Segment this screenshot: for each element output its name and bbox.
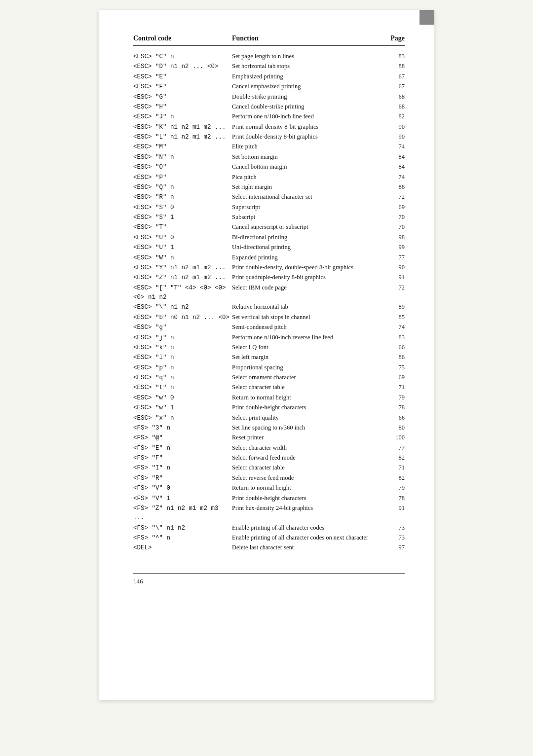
- page-cell: 75: [380, 363, 405, 372]
- function-cell: Select print quality: [232, 413, 380, 423]
- table-row: <FS> "^" nEnable printing of all charact…: [133, 533, 405, 543]
- table-row: <ESC> "S" 0Superscript69: [133, 203, 405, 213]
- control-code-cell: <ESC> "L" n1 n2 m1 m2 ...: [133, 133, 232, 142]
- function-cell: Set bottom margin: [232, 152, 380, 162]
- control-code-cell: <FS> "V" 0: [133, 484, 232, 493]
- page-cell: 66: [380, 413, 405, 423]
- function-cell: Pica pitch: [232, 173, 380, 182]
- function-cell: Print double-density, double-speed 8-bit…: [232, 263, 380, 272]
- page-cell: 83: [380, 333, 405, 342]
- control-code-cell: <ESC> "k" n: [133, 343, 232, 353]
- table-row: <ESC> "N" nSet bottom margin84: [133, 152, 405, 162]
- table-row: <ESC> "U" 0Bi-directional printing98: [133, 233, 405, 243]
- control-code-cell: <ESC> "Q" n: [133, 183, 232, 192]
- table-row: <ESC> "F"Cancel emphasized printing67: [133, 82, 405, 92]
- function-cell: Select LQ font: [232, 343, 380, 352]
- control-code-cell: <ESC> "T": [133, 223, 232, 232]
- control-code-cell: <ESC> "R" n: [133, 193, 232, 202]
- page-cell: 82: [380, 473, 405, 483]
- function-cell: Cancel emphasized printing: [232, 82, 380, 91]
- control-code-cell: <DEL>: [133, 543, 232, 553]
- control-code-cell: <FS> "R": [133, 474, 232, 483]
- page-cell: 68: [380, 92, 405, 102]
- function-cell: Select character table: [232, 463, 380, 472]
- function-cell: Double-strike printing: [232, 92, 380, 102]
- page-cell: 91: [380, 504, 405, 513]
- control-code-cell: <ESC> "w" 0: [133, 394, 232, 403]
- function-cell: Delete last character sent: [232, 543, 380, 552]
- function-cell: Select international character set: [232, 192, 380, 202]
- table-row: <FS> "\" n1 n2Enable printing of all cha…: [133, 523, 405, 533]
- page-cell: 78: [380, 494, 405, 503]
- control-code-cell: <ESC> "D" n1 n2 ... <0>: [133, 62, 232, 72]
- table-row: <ESC> "Q" nSet right margin86: [133, 182, 405, 192]
- control-code-cell: <ESC> "S" 0: [133, 203, 232, 213]
- function-cell: Print hex-density 24-bit graphics: [232, 504, 380, 513]
- control-code-cell: <ESC> "U" 1: [133, 243, 232, 252]
- page-cell: 72: [380, 283, 405, 292]
- page-cell: 99: [380, 243, 405, 252]
- table-row: <ESC> "w" 0Return to normal height79: [133, 393, 405, 403]
- page-cell: 74: [380, 323, 405, 332]
- control-code-cell: <ESC> "Z" n1 n2 m1 m2 ...: [133, 273, 232, 283]
- page-cell: 68: [380, 102, 405, 111]
- control-code-cell: <ESC> "b" n0 n1 n2 ... <0>: [133, 313, 232, 323]
- page-cell: 90: [380, 132, 405, 142]
- page-cell: 82: [380, 112, 405, 121]
- table-row: <ESC> "Y" n1 n2 m1 m2 ...Print double-de…: [133, 263, 405, 273]
- table-row: <ESC> "b" n0 n1 n2 ... <0>Set vertical t…: [133, 313, 405, 323]
- table-row: <ESC> "[" "T" <4> <0> <0> <0> n1 n2Selec…: [133, 283, 405, 303]
- table-row: <ESC> "w" 1Print double-height character…: [133, 403, 405, 413]
- table-body: <ESC> "C" nSet page length to n lines83<…: [133, 52, 405, 553]
- table-row: <ESC> "l" nSet left margin86: [133, 353, 405, 362]
- control-code-cell: <ESC> "N" n: [133, 153, 232, 162]
- control-code-cell: <ESC> "[" "T" <4> <0> <0> <0> n1 n2: [133, 284, 232, 303]
- page-cell: 67: [380, 82, 405, 91]
- function-cell: Cancel bottom margin: [232, 162, 380, 172]
- control-code-cell: <ESC> "j" n: [133, 333, 232, 343]
- page-cell: 82: [380, 453, 405, 463]
- page-cell: 73: [380, 533, 405, 542]
- table-row: <ESC> "C" nSet page length to n lines83: [133, 52, 405, 62]
- function-cell: Elite pitch: [232, 142, 380, 151]
- control-code-cell: <ESC> "K" n1 n2 m1 m2 ...: [133, 123, 232, 132]
- table-row: <ESC> "S" 1Subscript70: [133, 213, 405, 222]
- function-cell: Uni-directional printing: [232, 243, 380, 252]
- function-cell: Perform one n/180-inch line feed: [232, 112, 380, 121]
- table-row: <ESC> "K" n1 n2 m1 m2 ...Print normal-de…: [133, 122, 405, 132]
- control-code-cell: <FS> "V" 1: [133, 494, 232, 504]
- function-cell: Return to normal height: [232, 483, 380, 493]
- table-row: <ESC> "g"Semi-condensed pitch74: [133, 323, 405, 332]
- page-cell: 84: [380, 162, 405, 172]
- control-code-cell: <ESC> "G": [133, 93, 232, 102]
- function-cell: Select ornament character: [232, 373, 380, 382]
- function-cell: Subscript: [232, 213, 380, 222]
- table-row: <FS> "F"Select forward feed mode82: [133, 453, 405, 463]
- page-corner-fold: [419, 10, 434, 25]
- control-code-cell: <FS> "3" n: [133, 424, 232, 433]
- page-cell: 90: [380, 263, 405, 272]
- page-cell: 86: [380, 353, 405, 362]
- page-cell: 72: [380, 192, 405, 202]
- table-row: <ESC> "t" nSelect character table71: [133, 383, 405, 393]
- control-code-cell: <ESC> "P": [133, 173, 232, 182]
- control-code-cell: <ESC> "S" 1: [133, 213, 232, 222]
- table-row: <ESC> "\" n1 n2Relative horizontal tab89: [133, 302, 405, 312]
- table-row: <ESC> "k" nSelect LQ font66: [133, 343, 405, 353]
- page-cell: 78: [380, 403, 405, 412]
- control-code-cell: <ESC> "Y" n1 n2 m1 m2 ...: [133, 263, 232, 273]
- function-cell: Return to normal height: [232, 393, 380, 402]
- function-cell: Set right margin: [232, 182, 380, 192]
- table-row: <ESC> "D" n1 n2 ... <0>Set horizontal ta…: [133, 62, 405, 72]
- table-row: <ESC> "G"Double-strike printing68: [133, 92, 405, 102]
- table-row: <ESC> "R" nSelect international characte…: [133, 192, 405, 202]
- table-row: <ESC> "Z" n1 n2 m1 m2 ...Print quadruple…: [133, 273, 405, 283]
- header-control-code: Control code: [133, 35, 232, 42]
- control-code-cell: <ESC> "g": [133, 323, 232, 332]
- table-row: <ESC> "J" nPerform one n/180-inch line f…: [133, 112, 405, 122]
- control-code-cell: <ESC> "W" n: [133, 253, 232, 263]
- function-cell: Print double-height characters: [232, 494, 380, 503]
- page-cell: 74: [380, 142, 405, 151]
- page-cell: 91: [380, 273, 405, 282]
- function-cell: Set line spacing to n/360 inch: [232, 423, 380, 432]
